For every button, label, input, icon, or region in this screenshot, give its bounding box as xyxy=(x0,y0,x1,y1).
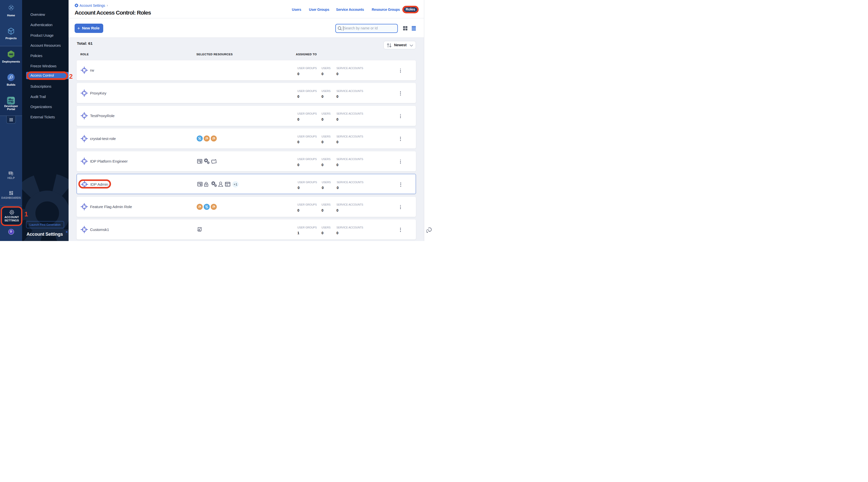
svg-text:?: ? xyxy=(10,172,11,174)
